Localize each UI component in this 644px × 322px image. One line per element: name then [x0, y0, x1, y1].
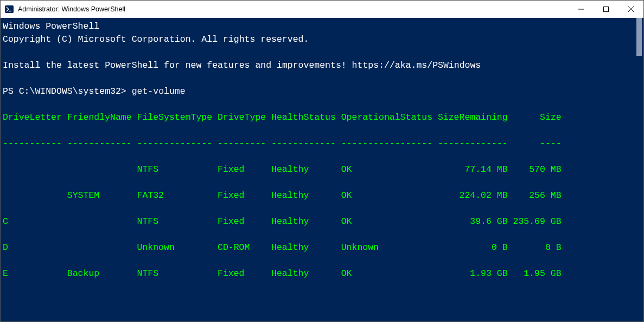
maximize-button[interactable]: [594, 1, 619, 18]
prompt-path-2: PS C:\WINDOWS\system32>: [3, 320, 132, 321]
table-row: C NTFS Fixed Healthy OK 39.6 GB 235.69 G…: [3, 215, 635, 228]
cmd-get-volume: get-volume: [132, 86, 186, 96]
arg-driveletter: -driveletter: [186, 320, 256, 321]
scrollbar-track[interactable]: [635, 18, 643, 321]
table-dash-row: ----------- ------------ -------------- …: [3, 137, 635, 150]
install-message: Install the latest PowerShell for new fe…: [3, 60, 481, 70]
terminal-output[interactable]: Windows PowerShell Copyright (C) Microso…: [1, 18, 635, 321]
banner-line2: Copyright (C) Microsoft Corporation. All…: [3, 34, 309, 44]
titlebar[interactable]: Administrator: Windows PowerShell: [1, 1, 643, 18]
val-newfslabel: "Backup": [373, 320, 422, 321]
banner-line1: Windows PowerShell: [3, 21, 99, 31]
arg-newfslabel: -newfilesystemlabel: [266, 320, 373, 321]
table-row: D Unknown CD-ROM Healthy Unknown 0 B 0 B: [3, 241, 635, 254]
powershell-icon: [5, 5, 14, 14]
table-row: E Backup NTFS Fixed Healthy OK 1.93 GB 1…: [3, 267, 635, 280]
scrollbar-thumb[interactable]: [636, 18, 642, 56]
table-row: SYSTEM FAT32 Fixed Healthy OK 224.02 MB …: [3, 189, 635, 202]
minimize-button[interactable]: [569, 1, 594, 18]
val-driveletter: E: [255, 320, 266, 321]
svg-rect-0: [5, 5, 14, 13]
prompt-path-1: PS C:\WINDOWS\system32>: [3, 86, 132, 96]
cmd-set-volume: set-volume: [132, 320, 186, 321]
terminal-area[interactable]: Windows PowerShell Copyright (C) Microso…: [1, 18, 643, 321]
svg-rect-3: [604, 7, 609, 12]
powershell-window: Administrator: Windows PowerShell Window…: [0, 0, 644, 322]
close-button[interactable]: [619, 1, 643, 18]
table-row: NTFS Fixed Healthy OK 77.14 MB 570 MB: [3, 163, 635, 176]
table-header-row: DriveLetter FriendlyName FileSystemType …: [3, 111, 635, 124]
window-title: Administrator: Windows PowerShell: [18, 5, 569, 13]
window-controls: [569, 1, 643, 18]
